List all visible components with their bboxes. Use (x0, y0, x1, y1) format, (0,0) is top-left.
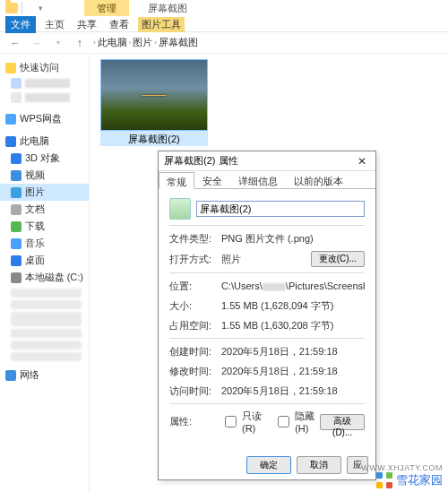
sidebar-pictures[interactable]: 图片 (0, 184, 89, 201)
disk-icon (11, 272, 22, 283)
sidebar-downloads[interactable]: 下载 (0, 218, 89, 235)
label-size: 大小: (169, 299, 216, 313)
menu-file[interactable]: 文件 (5, 16, 36, 33)
breadcrumb[interactable]: › 此电脑 › 图片 › 屏幕截图 (93, 36, 198, 49)
folder-icon (5, 3, 18, 13)
value-diskspace: 1.55 MB (1,630,208 字节) (221, 319, 365, 332)
crumb-pictures[interactable]: 图片 (133, 36, 152, 49)
sidebar-music[interactable]: 音乐 (0, 235, 89, 252)
thumbnail-label: 屏幕截图(2) (100, 131, 208, 146)
label: 下载 (25, 220, 45, 233)
sidebar-this-pc[interactable]: 此电脑 (0, 133, 89, 150)
qat-dropdown-icon[interactable]: ▾ (39, 4, 43, 13)
separator (22, 2, 22, 14)
label: 隐藏(H) (295, 410, 314, 434)
download-icon (11, 221, 22, 232)
readonly-checkbox[interactable]: 只读(R) (221, 410, 262, 434)
menu-share[interactable]: 共享 (73, 17, 100, 32)
redacted-block (11, 352, 82, 361)
star-icon (5, 63, 16, 73)
label-diskspace: 占用空间: (169, 319, 216, 332)
sidebar-pinned-blur[interactable] (0, 76, 89, 91)
desktop-icon (11, 255, 22, 266)
redacted-block (11, 289, 82, 298)
sidebar: 快速访问 WPS网盘 此电脑 3D 对象 视频 图片 文档 下载 音乐 桌面 本… (0, 54, 90, 492)
menu-home[interactable]: 主页 (41, 17, 68, 32)
label: 视频 (25, 168, 45, 182)
label-created: 创建时间: (169, 345, 216, 358)
ribbon-context-tab[interactable]: 管理 (84, 0, 129, 16)
cancel-button[interactable]: 取消 (297, 456, 341, 474)
advanced-button[interactable]: 高级(D)... (320, 414, 365, 430)
label-accessed: 访问时间: (169, 384, 216, 398)
cloud-icon (5, 114, 16, 125)
sidebar-disk-c[interactable]: 本地磁盘 (C:) (0, 269, 89, 286)
pc-icon (5, 136, 16, 147)
close-icon[interactable]: ✕ (354, 155, 370, 168)
label: WPS网盘 (20, 112, 62, 125)
nav-up-icon[interactable]: ↑ (72, 35, 88, 51)
ok-button[interactable]: 确定 (246, 456, 291, 474)
crumb-screenshots[interactable]: 屏幕截图 (159, 36, 198, 49)
tab-security[interactable]: 安全 (194, 171, 230, 188)
sidebar-3d[interactable]: 3D 对象 (0, 150, 89, 167)
menu-view[interactable]: 查看 (106, 17, 133, 32)
blur-icon (11, 92, 22, 103)
cube-icon (11, 153, 22, 164)
picture-icon (11, 187, 22, 198)
properties-dialog: 屏幕截图(2) 属性 ✕ 常规 安全 详细信息 以前的版本 文件类型:PNG 图… (158, 151, 376, 480)
label: 3D 对象 (25, 151, 60, 165)
window-title: 屏幕截图 (148, 2, 187, 15)
watermark-text: 雪花家园 (396, 472, 443, 488)
nav-forward-icon: → (29, 35, 45, 51)
filetype-icon (169, 198, 191, 220)
label-location: 位置: (169, 280, 216, 293)
menu-pictools[interactable]: 图片工具 (138, 17, 185, 32)
nav-recent-icon[interactable]: ▾ (50, 35, 66, 51)
value-location: C:\Users\\Pictures\Screenshots (221, 281, 365, 291)
redacted-block (11, 300, 82, 309)
music-icon (11, 238, 22, 249)
change-button[interactable]: 更改(C)... (311, 251, 365, 267)
label: 桌面 (25, 254, 45, 267)
network-icon (5, 370, 16, 381)
label-attributes: 属性: (169, 415, 216, 428)
label-openwith: 打开方式: (169, 253, 216, 266)
label: 网络 (20, 368, 39, 382)
nav-back-icon[interactable]: ← (7, 35, 23, 51)
label: 音乐 (25, 237, 45, 250)
redacted-block (11, 329, 82, 338)
tab-previous[interactable]: 以前的版本 (286, 171, 351, 188)
file-thumbnail[interactable]: ——— 屏幕截图(2) (100, 59, 208, 146)
hidden-cb[interactable] (278, 416, 289, 427)
redacted-user (263, 283, 286, 291)
video-icon (11, 170, 22, 181)
readonly-cb[interactable] (225, 416, 237, 427)
sidebar-wps[interactable]: WPS网盘 (0, 110, 89, 127)
tab-details[interactable]: 详细信息 (230, 171, 286, 188)
watermark: 雪花家园 (376, 472, 443, 488)
redacted-block (11, 312, 82, 326)
sidebar-desktop[interactable]: 桌面 (0, 252, 89, 269)
sidebar-pinned-blur[interactable] (0, 91, 89, 105)
sidebar-documents[interactable]: 文档 (0, 201, 89, 218)
hidden-checkbox[interactable]: 隐藏(H) (274, 410, 314, 434)
sidebar-video[interactable]: 视频 (0, 167, 89, 184)
dialog-title: 屏幕截图(2) 属性 (164, 154, 238, 168)
sidebar-network[interactable]: 网络 (0, 367, 89, 384)
value-created: 2020年5月18日，21:59:18 (221, 345, 365, 358)
label: 文档 (25, 203, 45, 216)
filename-input[interactable] (196, 201, 365, 217)
label-filetype: 文件类型: (169, 232, 216, 246)
sidebar-quick-access[interactable]: 快速访问 (0, 59, 89, 76)
crumb-pc[interactable]: 此电脑 (98, 36, 127, 49)
label: 此电脑 (20, 134, 49, 148)
label: 本地磁盘 (C:) (25, 271, 83, 284)
watermark-logo-icon (376, 472, 392, 488)
label: 图片 (25, 186, 45, 199)
redacted-text (25, 79, 70, 88)
doc-icon (11, 204, 22, 215)
value-modified: 2020年5月18日，21:59:18 (221, 365, 365, 378)
label: 快速访问 (20, 61, 59, 74)
tab-general[interactable]: 常规 (159, 172, 194, 189)
